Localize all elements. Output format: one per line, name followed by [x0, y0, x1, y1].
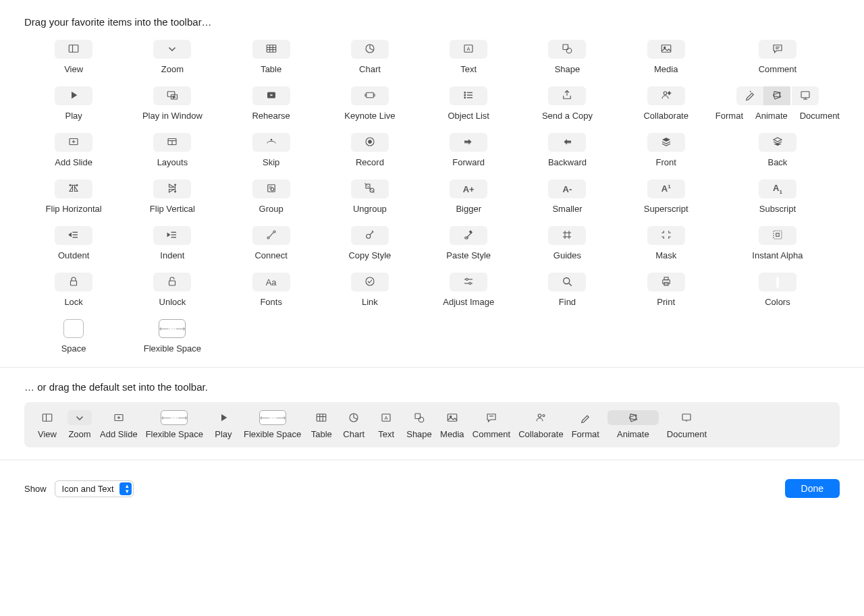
svg-point-23 [464, 92, 466, 93]
item-front[interactable]: Front [617, 133, 716, 167]
item-flip-horizontal[interactable]: Flip Horizontal [24, 179, 123, 214]
print-icon [660, 275, 672, 289]
item-bigger[interactable]: A+Bigger [419, 179, 518, 214]
default-add-slide[interactable]: Add Slide [100, 410, 138, 439]
item-backward[interactable]: Backward [518, 133, 616, 167]
item-link[interactable]: Link [321, 273, 419, 307]
default-media[interactable]: Media [440, 410, 464, 439]
list-icon [462, 89, 475, 103]
item-collaborate[interactable]: Collaborate [617, 86, 716, 121]
item-comment[interactable]: Comment [716, 40, 840, 74]
svg-rect-86 [662, 279, 670, 283]
item-view[interactable]: View [24, 40, 123, 74]
default-chart[interactable]: Chart [342, 410, 366, 439]
header-text: Drag your favorite items into the toolba… [0, 0, 864, 34]
front-icon [660, 136, 672, 150]
svg-point-81 [466, 278, 468, 280]
default-view[interactable]: View [35, 410, 59, 439]
item-flip-vertical[interactable]: Flip Vertical [123, 179, 221, 214]
item-unlock[interactable]: Unlock [123, 273, 221, 307]
svg-point-27 [464, 97, 466, 99]
ungroup-icon [364, 182, 376, 196]
item-zoom[interactable]: Zoom [123, 40, 221, 74]
default-flex-space-2[interactable]: ⟵⋯⟶Flexible Space [244, 410, 301, 439]
rehearse-icon [265, 89, 277, 103]
item-send-a-copy[interactable]: Send a Copy [518, 86, 616, 121]
forward-icon [462, 136, 475, 150]
default-play[interactable]: Play [211, 410, 236, 439]
item-subscript[interactable]: A1Subscript [716, 179, 840, 214]
svg-rect-76 [776, 233, 780, 236]
text-icon: A [462, 43, 475, 57]
svg-point-25 [464, 94, 466, 96]
format-button[interactable] [736, 86, 763, 105]
item-instant-alpha[interactable]: Instant Alpha [716, 226, 840, 260]
link-icon [364, 275, 376, 289]
default-comment[interactable]: Comment [473, 410, 510, 439]
default-text[interactable]: AText [374, 410, 398, 439]
item-forward[interactable]: Forward [419, 133, 518, 167]
item-superscript[interactable]: A1Superscript [617, 179, 716, 214]
item-smaller[interactable]: A-Smaller [518, 179, 616, 214]
select-chevron-icon: ▴▾ [126, 483, 129, 494]
item-outdent[interactable]: Outdent [24, 226, 123, 260]
animate-button[interactable] [763, 86, 790, 105]
item-media[interactable]: Media [617, 40, 716, 74]
item-ungroup[interactable]: Ungroup [321, 179, 419, 214]
item-group[interactable]: Group [222, 179, 321, 214]
chart-icon [364, 43, 376, 57]
item-lock[interactable]: Lock [24, 273, 123, 307]
item-record[interactable]: Record [321, 133, 419, 167]
svg-point-84 [564, 277, 570, 283]
item-mask[interactable]: Mask [617, 226, 716, 260]
fonts-icon: Aa [266, 277, 277, 287]
item-print[interactable]: Print [617, 273, 716, 307]
item-play[interactable]: Play [24, 86, 123, 121]
item-play-in-window[interactable]: Play in Window [123, 86, 221, 121]
document-button[interactable] [792, 86, 819, 105]
default-format[interactable]: Format [572, 410, 599, 439]
show-select[interactable]: Icon and Text ▴▾ [55, 480, 134, 497]
default-zoom[interactable]: Zoom [68, 410, 92, 439]
item-find[interactable]: Find [518, 273, 616, 307]
item-rehearse[interactable]: Rehearse [222, 86, 321, 121]
item-skip[interactable]: Skip [222, 133, 321, 167]
item-chart[interactable]: Chart [321, 40, 419, 74]
item-back[interactable]: Back [716, 133, 840, 167]
item-object-list[interactable]: Object List [419, 86, 518, 121]
default-animate[interactable]: Animate [608, 410, 659, 439]
group-icon [265, 182, 277, 196]
item-guides[interactable]: Guides [518, 226, 616, 260]
item-inspector-group[interactable]: FormatAnimateDocument [716, 86, 840, 121]
item-indent[interactable]: Indent [123, 226, 221, 260]
svg-rect-12 [662, 45, 671, 52]
item-flexible-space[interactable]: ⟵⋯⟶Flexible Space [123, 319, 221, 354]
animate-icon [771, 89, 783, 103]
item-keynote-live[interactable]: Keynote Live [321, 86, 419, 121]
default-toolbar[interactable]: View Zoom Add Slide ⟵⋯⟶Flexible Space Pl… [24, 402, 840, 447]
item-space[interactable]: Space [24, 319, 123, 354]
default-collaborate[interactable]: Collaborate [518, 410, 564, 439]
item-layouts[interactable]: Layouts [123, 133, 221, 167]
skip-icon [265, 136, 277, 150]
item-text[interactable]: AText [419, 40, 518, 74]
svg-point-69 [367, 234, 371, 238]
done-button[interactable]: Done [785, 479, 840, 498]
default-table[interactable]: Table [309, 410, 333, 439]
view-icon [68, 43, 80, 57]
item-colors[interactable]: Colors [716, 273, 840, 307]
item-add-slide[interactable]: Add Slide [24, 133, 123, 167]
default-flex-space-1[interactable]: ⟵⋯⟶Flexible Space [146, 410, 203, 439]
outdent-icon [68, 229, 80, 243]
item-shape[interactable]: Shape [518, 40, 616, 74]
smaller-icon: A- [563, 184, 572, 194]
item-adjust-image[interactable]: Adjust Image [419, 273, 518, 307]
item-connect[interactable]: Connect [222, 226, 321, 260]
item-table[interactable]: Table [222, 40, 321, 74]
svg-marker-66 [168, 233, 170, 236]
item-fonts[interactable]: AaFonts [222, 273, 321, 307]
item-copy-style[interactable]: Copy Style [321, 226, 419, 260]
item-paste-style[interactable]: Paste Style [419, 226, 518, 260]
default-document[interactable]: Document [667, 410, 707, 439]
default-shape[interactable]: Shape [406, 410, 432, 439]
